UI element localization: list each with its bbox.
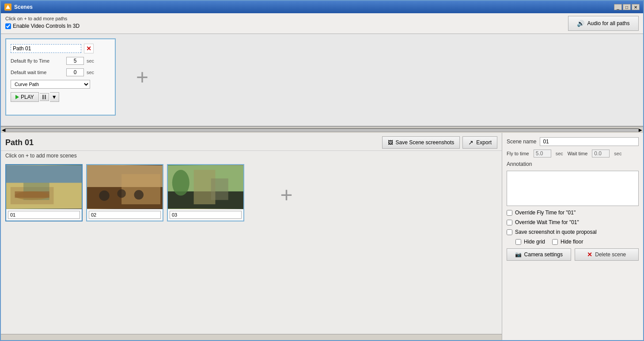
- play-label: PLAY: [21, 94, 34, 100]
- maximize-button[interactable]: □: [623, 4, 631, 10]
- camera-icon: [515, 251, 522, 258]
- enable-video-checkbox[interactable]: [5, 23, 11, 29]
- fly-time-label: Default fly to Time: [11, 58, 64, 64]
- save-screenshots-label: Save Scene screenshots: [396, 139, 455, 146]
- add-scene-plus-icon: +: [280, 184, 292, 206]
- svg-point-12: [99, 191, 109, 201]
- path-card-01: ✕ Default fly to Time sec Default wait t…: [5, 38, 116, 116]
- export-label: Export: [476, 139, 492, 146]
- scene-name-field[interactable]: [540, 137, 639, 146]
- save-screenshot-row: Save screenshot in quote proposal: [507, 229, 639, 235]
- scene-name-row: Scene name: [507, 137, 639, 146]
- override-fly-checkbox[interactable]: [507, 210, 512, 216]
- scene-02-name-input[interactable]: [89, 211, 161, 219]
- hide-grid-checkbox[interactable]: [515, 239, 521, 245]
- paths-scrollbar[interactable]: ◀ ▶: [1, 127, 643, 133]
- time-row: Fly to time sec Wait time sec: [507, 150, 639, 157]
- window-controls: _ □ ✕: [614, 4, 640, 10]
- hide-grid-label: Hide grid: [524, 239, 545, 245]
- pause-icon: [42, 95, 46, 99]
- fly-to-time-input[interactable]: [534, 150, 551, 157]
- scroll-track[interactable]: [5, 128, 639, 132]
- play-button[interactable]: PLAY: [11, 92, 39, 102]
- path-type-select[interactable]: Curve Path Straight Path: [11, 80, 90, 89]
- wait-time-label: Default wait time: [11, 70, 64, 75]
- scene-01-name-input[interactable]: [8, 211, 80, 219]
- override-wait-row: Override Wait Time for "01": [507, 219, 639, 225]
- close-button[interactable]: ✕: [632, 4, 640, 10]
- path-type-row: Curve Path Straight Path: [11, 80, 110, 89]
- scene-name-label: Scene name: [507, 139, 536, 145]
- add-path-button[interactable]: +: [120, 38, 164, 116]
- hide-floor-item: Hide floor: [552, 239, 583, 245]
- play-controls: PLAY ▼: [11, 92, 110, 102]
- thumb-01-image: [6, 165, 82, 209]
- scene-thumb-01: [6, 165, 82, 209]
- override-fly-label: Override Fly Time for "01": [515, 210, 576, 216]
- enable-video-row: Enable Video Controls In 3D: [5, 23, 80, 29]
- annotation-label: Annotation: [507, 161, 639, 167]
- play-icon: [15, 95, 19, 99]
- fly-time-input[interactable]: [66, 57, 84, 65]
- svg-point-13: [117, 189, 126, 198]
- app-icon: [4, 4, 11, 11]
- top-section: Click on + to add more paths Enable Vide…: [1, 13, 643, 34]
- wait-time-row: Default wait time sec: [11, 68, 110, 76]
- fly-time-row: Default fly to Time sec: [11, 57, 110, 65]
- scene-thumb-03: [168, 165, 243, 209]
- fly-to-time-unit: sec: [556, 151, 563, 156]
- pause-bar-1: [42, 95, 44, 99]
- export-icon: ↗: [468, 139, 474, 146]
- minimize-button[interactable]: _: [614, 4, 622, 10]
- wait-time-label: Wait time: [568, 151, 587, 156]
- speaker-icon: [577, 20, 584, 27]
- scene-03-name-input[interactable]: [170, 211, 242, 219]
- export-button[interactable]: ↗ Export: [462, 136, 497, 149]
- pause-bar-2: [45, 95, 46, 99]
- delete-scene-button[interactable]: ✕ Delete scene: [575, 248, 639, 261]
- camera-settings-button[interactable]: Camera settings: [507, 248, 571, 261]
- svg-rect-7: [15, 191, 49, 198]
- scroll-right-arrow[interactable]: ▶: [639, 127, 642, 132]
- audio-btn-label: Audio for all paths: [587, 20, 629, 26]
- play-dropdown-arrow-button[interactable]: ▼: [50, 92, 59, 102]
- save-screenshots-button[interactable]: Save Scene screenshots: [382, 136, 460, 149]
- svg-point-14: [134, 190, 144, 199]
- override-fly-row: Override Fly Time for "01": [507, 210, 639, 216]
- hide-floor-label: Hide floor: [561, 239, 583, 245]
- annotation-textarea[interactable]: [507, 171, 639, 206]
- wait-time-unit: sec: [614, 151, 621, 156]
- top-left: Click on + to add more paths Enable Vide…: [5, 16, 80, 29]
- fly-to-time-label: Fly to time: [507, 151, 529, 156]
- scene-card-01[interactable]: [5, 164, 83, 221]
- wait-time-right-input[interactable]: [592, 150, 610, 157]
- hide-grid-item: Hide grid: [515, 239, 545, 245]
- path-title: Path 01: [5, 138, 34, 147]
- screenshot-icon: [388, 139, 393, 146]
- main-panel: Path 01 Save Scene screenshots ↗ Export …: [1, 133, 502, 340]
- scene-card-02[interactable]: [86, 164, 163, 221]
- add-scene-button[interactable]: +: [248, 164, 325, 226]
- main-window: Scenes _ □ ✕ Click on + to add more path…: [0, 0, 644, 341]
- window-title: Scenes: [14, 4, 611, 10]
- svg-rect-5: [6, 165, 82, 183]
- path-name-input[interactable]: [11, 44, 81, 53]
- scenes-scrollbar[interactable]: [1, 334, 502, 340]
- hide-floor-checkbox[interactable]: [552, 239, 558, 245]
- thumb-02-image: [87, 165, 163, 209]
- scroll-left-arrow[interactable]: ◀: [2, 127, 5, 132]
- audio-all-paths-button[interactable]: Audio for all paths: [568, 16, 639, 31]
- header-buttons: Save Scene screenshots ↗ Export: [382, 136, 497, 149]
- wait-time-input[interactable]: [66, 68, 84, 76]
- add-scenes-hint-text: Click on + to add more scenes: [5, 153, 77, 159]
- save-screenshot-checkbox[interactable]: [507, 229, 512, 235]
- scene-card-03[interactable]: [167, 164, 244, 221]
- camera-settings-label: Camera settings: [524, 251, 563, 258]
- override-wait-checkbox[interactable]: [507, 220, 512, 225]
- delete-path-button[interactable]: ✕: [84, 44, 94, 53]
- delete-x-icon: ✕: [86, 45, 91, 52]
- path-header: Path 01 Save Scene screenshots ↗ Export: [1, 133, 502, 151]
- pause-button[interactable]: [40, 93, 49, 101]
- thumb-03-image: [168, 165, 243, 209]
- right-panel: Scene name Fly to time sec Wait time sec…: [502, 133, 643, 340]
